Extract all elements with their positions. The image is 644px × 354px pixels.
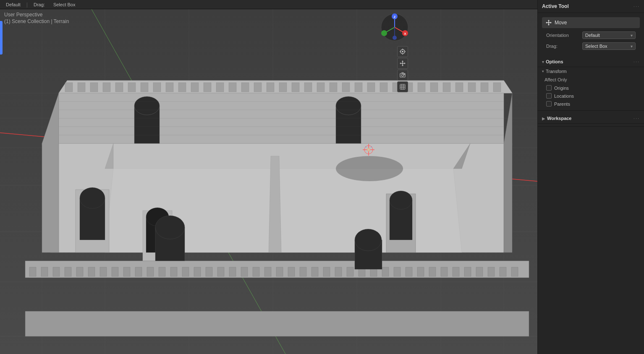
- tool-icons-panel: [397, 46, 408, 92]
- svg-rect-78: [29, 267, 36, 276]
- svg-rect-85: [112, 267, 118, 276]
- svg-rect-111: [417, 267, 424, 276]
- svg-marker-172: [548, 24, 550, 26]
- svg-point-76: [336, 156, 403, 181]
- left-panel-toggle[interactable]: [0, 21, 3, 55]
- svg-rect-94: [217, 267, 224, 276]
- orientation-dropdown[interactable]: Default ▾: [582, 31, 636, 39]
- origins-row: Origins: [538, 84, 644, 92]
- orientation-label: Orientation: [546, 33, 580, 38]
- svg-marker-173: [546, 22, 547, 23]
- svg-rect-114: [453, 267, 459, 276]
- svg-rect-82: [76, 267, 83, 276]
- svg-rect-26: [90, 83, 98, 92]
- transform-toggle-icon: ▾: [542, 69, 544, 73]
- top-bar: Default | Drag: Select Box: [0, 0, 537, 9]
- svg-rect-118: [500, 267, 506, 276]
- grid-tool-icon[interactable]: [397, 81, 408, 92]
- svg-rect-99: [276, 267, 283, 276]
- move-tool-icon[interactable]: [397, 58, 408, 69]
- orientation-gizmo[interactable]: Z X: [380, 13, 409, 42]
- svg-rect-97: [253, 267, 259, 276]
- svg-rect-102: [312, 267, 318, 276]
- drag-dropdown[interactable]: Select Box ▾: [582, 42, 636, 50]
- svg-rect-110: [406, 267, 412, 276]
- view-label: User Perspective: [4, 12, 42, 18]
- svg-rect-113: [441, 267, 448, 276]
- svg-point-145: [381, 30, 387, 36]
- svg-rect-55: [456, 83, 463, 92]
- svg-point-147: [393, 36, 397, 40]
- svg-rect-56: [468, 83, 476, 92]
- svg-rect-32: [166, 83, 173, 92]
- svg-rect-47: [355, 83, 362, 92]
- svg-rect-33: [178, 83, 186, 92]
- svg-marker-156: [402, 60, 403, 62]
- move-arrow-icon: [545, 19, 552, 26]
- svg-rect-46: [342, 83, 350, 92]
- svg-rect-39: [254, 83, 262, 92]
- svg-text:Z: Z: [394, 15, 396, 19]
- svg-rect-41: [279, 83, 287, 92]
- svg-rect-103: [323, 267, 330, 276]
- svg-rect-29: [128, 83, 136, 92]
- svg-rect-104: [335, 267, 342, 276]
- svg-rect-83: [88, 267, 95, 276]
- origins-checkbox[interactable]: [546, 85, 552, 91]
- svg-rect-86: [123, 267, 130, 276]
- affect-only-label: Affect Only: [545, 77, 578, 82]
- workspace-section: ▶ Workspace ···: [538, 111, 644, 127]
- svg-rect-162: [402, 73, 403, 73]
- workspace-header[interactable]: ▶ Workspace ···: [538, 113, 644, 124]
- svg-rect-87: [135, 267, 142, 276]
- parents-checkbox[interactable]: [546, 101, 552, 107]
- svg-rect-53: [430, 83, 438, 92]
- svg-marker-158: [400, 62, 401, 64]
- svg-point-121: [155, 216, 185, 239]
- locations-checkbox[interactable]: [546, 93, 552, 99]
- active-tool-header[interactable]: Active Tool ···: [538, 0, 644, 13]
- options-header[interactable]: ▾ Options ···: [538, 57, 644, 67]
- svg-rect-37: [229, 83, 236, 92]
- svg-rect-49: [380, 83, 387, 92]
- svg-text:X: X: [404, 32, 406, 36]
- affect-only-row: Affect Only: [538, 75, 644, 84]
- select-tool-icon[interactable]: [397, 46, 408, 57]
- svg-point-149: [402, 51, 403, 52]
- svg-marker-17: [25, 311, 529, 336]
- collection-label: (1) Scene Collection | Terrain: [4, 18, 69, 24]
- transform-subsection-header[interactable]: ▾ Transform: [538, 67, 644, 75]
- svg-rect-95: [229, 267, 236, 276]
- svg-rect-92: [194, 267, 201, 276]
- topbar-selectbox[interactable]: Select Box: [51, 1, 78, 8]
- svg-rect-101: [300, 267, 306, 276]
- svg-rect-43: [304, 83, 312, 92]
- viewport[interactable]: Default | Drag: Select Box User Perspect…: [0, 0, 537, 354]
- svg-rect-112: [429, 267, 436, 276]
- svg-point-123: [355, 229, 382, 251]
- svg-rect-58: [493, 83, 501, 92]
- orientation-value: Default: [585, 33, 600, 38]
- svg-rect-91: [182, 267, 189, 276]
- svg-point-62: [336, 96, 361, 115]
- svg-rect-36: [216, 83, 224, 92]
- options-section: ▾ Options ··· ▾ Transform Affect Only Or…: [538, 54, 644, 111]
- camera-tool-icon[interactable]: [397, 70, 408, 81]
- svg-rect-30: [141, 83, 148, 92]
- move-label: Move: [555, 20, 567, 26]
- move-tool-button[interactable]: Move: [542, 17, 640, 28]
- options-menu-dots[interactable]: ···: [634, 59, 640, 64]
- active-tool-menu-dots[interactable]: ···: [634, 4, 640, 9]
- topbar-default[interactable]: Default: [3, 1, 23, 8]
- svg-rect-34: [191, 83, 199, 92]
- svg-marker-171: [548, 20, 550, 21]
- svg-rect-80: [53, 267, 60, 276]
- workspace-menu-dots[interactable]: ···: [634, 116, 640, 121]
- svg-marker-157: [402, 65, 403, 66]
- svg-rect-48: [367, 83, 375, 92]
- svg-rect-89: [159, 267, 165, 276]
- workspace-title: Workspace: [547, 116, 572, 121]
- svg-rect-25: [78, 83, 85, 92]
- options-title: Options: [546, 59, 563, 64]
- drag-row: Drag: Select Box ▾: [542, 41, 640, 52]
